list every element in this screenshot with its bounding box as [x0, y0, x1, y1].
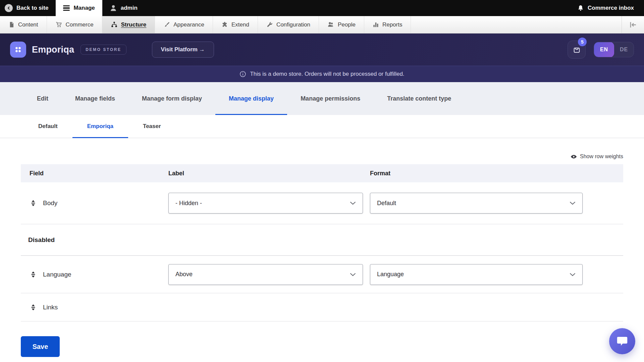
field-name: Links [43, 304, 58, 311]
manage-tab[interactable]: Manage [56, 0, 102, 16]
chevron-down-icon [350, 273, 356, 276]
chat-launcher-button[interactable] [609, 328, 635, 354]
toolbar-item-commerce[interactable]: Commerce [47, 16, 102, 33]
table-row-body: Body - Hidden - Default [21, 182, 623, 224]
chevron-down-icon [570, 201, 576, 205]
admin-user-tab[interactable]: admin [102, 0, 145, 16]
back-arrow-icon [5, 4, 13, 12]
people-icon [327, 21, 334, 28]
table-row-disabled-section: Disabled [21, 224, 623, 256]
body-label-select[interactable]: - Hidden - [168, 193, 363, 214]
brand-logo-icon[interactable] [10, 42, 26, 58]
chat-bubble-icon [616, 335, 629, 347]
chevron-down-icon [350, 201, 356, 205]
toolbar-item-structure[interactable]: Structure [102, 16, 155, 33]
visit-platform-button[interactable]: Visit Platform → [152, 42, 214, 58]
brand-name: Emporiqa [32, 45, 74, 55]
username: admin [121, 5, 138, 11]
drag-handle-icon[interactable] [31, 200, 36, 206]
tab-manage-form-display[interactable]: Manage form display [128, 82, 215, 115]
store-header: Emporiqa DEMO STORE Visit Platform → 5 E… [0, 34, 644, 66]
back-to-site-label: Back to site [16, 5, 48, 11]
banner-message: This is a demo store. Orders will not be… [250, 71, 404, 77]
toolbar-item-content[interactable]: Content [0, 16, 47, 33]
info-icon [239, 71, 246, 77]
column-header-label: Label [168, 170, 370, 177]
paintbrush-icon [163, 21, 170, 28]
back-to-site-button[interactable]: Back to site [0, 0, 56, 16]
cart-count-badge: 5 [578, 38, 587, 46]
user-icon [110, 4, 117, 12]
language-option-de[interactable]: DE [614, 47, 634, 53]
admin-bar: Back to site Manage admin Commerce inbox [0, 0, 644, 16]
subtab-teaser[interactable]: Teaser [128, 115, 176, 138]
eye-icon [571, 155, 577, 159]
tab-translate-content-type[interactable]: Translate content type [374, 82, 465, 115]
toolbar-item-reports[interactable]: Reports [364, 16, 411, 33]
demo-store-badge: DEMO STORE [80, 45, 126, 55]
collapse-left-icon [629, 21, 637, 29]
subtab-default[interactable]: Default [23, 115, 72, 138]
bar-chart-icon [373, 21, 379, 28]
show-row-weights-link[interactable]: Show row weights [21, 154, 623, 160]
manage-label: Manage [73, 5, 95, 11]
language-label-select[interactable]: Above [168, 264, 363, 285]
cart-button[interactable]: 5 [568, 41, 586, 59]
shopping-bag-icon [572, 45, 581, 54]
drag-handle-icon[interactable] [31, 304, 36, 310]
tab-edit[interactable]: Edit [23, 82, 62, 115]
column-header-field: Field [21, 170, 168, 177]
save-button[interactable]: Save [21, 336, 60, 357]
tab-manage-permissions[interactable]: Manage permissions [287, 82, 374, 115]
demo-store-banner: This is a demo store. Orders will not be… [0, 66, 644, 82]
commerce-inbox-button[interactable]: Commerce inbox [577, 0, 644, 16]
cart-icon [55, 21, 62, 28]
toolbar: Content Commerce Structure Appearance Ex… [0, 16, 644, 34]
toolbar-item-appearance[interactable]: Appearance [155, 16, 213, 33]
puzzle-icon [221, 21, 228, 28]
toolbar-item-extend[interactable]: Extend [213, 16, 258, 33]
primary-tabs: Edit Manage fields Manage form display M… [0, 82, 644, 115]
language-format-select[interactable]: Language [370, 264, 583, 285]
language-toggle: EN DE [594, 42, 634, 57]
subtab-emporiqa[interactable]: Emporiqa [72, 115, 128, 138]
toolbar-orientation-toggle[interactable] [622, 16, 644, 33]
toolbar-item-configuration[interactable]: Configuration [258, 16, 319, 33]
disabled-section-title: Disabled [21, 236, 168, 244]
commerce-inbox-label: Commerce inbox [588, 5, 634, 11]
drag-handle-icon[interactable] [31, 272, 36, 278]
sitemap-icon [111, 21, 118, 28]
chevron-down-icon [570, 273, 576, 276]
tab-manage-display[interactable]: Manage display [215, 82, 287, 115]
table-header-row: Field Label Format [21, 164, 623, 182]
tab-manage-fields[interactable]: Manage fields [62, 82, 128, 115]
table-row-language: Language Above Language [21, 256, 623, 293]
header-actions: 5 EN DE [568, 41, 634, 59]
language-option-en[interactable]: EN [594, 42, 614, 57]
secondary-tabs: Default Emporiqa Teaser [0, 115, 644, 138]
file-icon [8, 21, 15, 28]
table-row-links: Links [21, 293, 623, 321]
hamburger-icon [63, 5, 70, 11]
field-name: Language [43, 271, 71, 278]
field-name: Body [43, 199, 57, 207]
body-format-select[interactable]: Default [370, 193, 583, 214]
column-header-format: Format [370, 170, 623, 177]
bell-icon [577, 5, 584, 11]
toolbar-item-people[interactable]: People [319, 16, 364, 33]
manage-display-form: Show row weights Field Label Format Body… [0, 154, 644, 357]
wrench-icon [266, 21, 273, 28]
